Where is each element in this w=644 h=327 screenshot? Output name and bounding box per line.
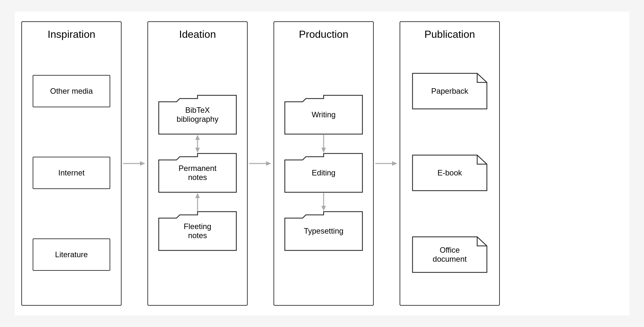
bibtex-box: BibTeXbibliography	[159, 95, 236, 134]
fleeting-notes-label: Fleetingnotes	[184, 222, 211, 240]
production-title: Production	[299, 28, 349, 40]
internet-box: Internet	[33, 157, 110, 189]
paperback-box: Paperback	[413, 73, 487, 109]
writing-label: Writing	[312, 110, 336, 119]
diagram: Inspiration Other media Internet Literat…	[15, 12, 629, 315]
inspiration-items: Other media Internet Literature	[28, 50, 114, 295]
arrow-writing-editing	[319, 134, 328, 153]
writing-box: Writing	[285, 95, 362, 134]
ebook-box: E-book	[413, 155, 487, 191]
fleeting-notes-box: Fleetingnotes	[159, 212, 236, 250]
internet-label: Internet	[58, 168, 84, 177]
svg-marker-8	[266, 161, 271, 166]
arrow-production-publication	[374, 159, 400, 168]
svg-marker-12	[321, 206, 326, 211]
production-lane: Production Writing Edi	[274, 21, 374, 306]
arrow-editing-typesetting	[319, 192, 328, 212]
typesetting-box: Typesetting	[285, 212, 362, 250]
ebook-label: E-book	[437, 168, 462, 177]
permanent-notes-label: Permanentnotes	[178, 164, 216, 182]
inspiration-lane: Inspiration Other media Internet Literat…	[21, 21, 122, 306]
svg-marker-2	[195, 135, 200, 140]
arrow-bibtex-permanent	[193, 134, 202, 153]
svg-marker-10	[321, 148, 326, 153]
permanent-notes-box: Permanentnotes	[159, 153, 236, 192]
office-doc-box: Officedocument	[413, 237, 487, 272]
other-media-label: Other media	[50, 87, 93, 96]
ideation-lane: Ideation BibTeXbibliography	[147, 21, 248, 306]
publication-title: Publication	[424, 28, 475, 40]
production-items: Writing Editing	[281, 50, 367, 295]
other-media-box: Other media	[33, 75, 110, 107]
svg-marker-1	[140, 161, 145, 166]
office-doc-label: Officedocument	[433, 246, 467, 264]
svg-marker-5	[195, 193, 200, 198]
publication-items: Paperback E-book Officedocument	[407, 50, 493, 295]
arrow-fleeting-permanent	[193, 192, 202, 212]
paperback-label: Paperback	[431, 87, 468, 96]
arrow-inspiration-ideation	[122, 159, 147, 168]
editing-box: Editing	[285, 153, 362, 192]
editing-label: Editing	[312, 168, 335, 177]
publication-lane: Publication Paperback E-book	[400, 21, 500, 306]
inspiration-title: Inspiration	[48, 28, 95, 40]
svg-marker-4	[195, 148, 200, 153]
ideation-items: BibTeXbibliography Permanentnotes	[155, 50, 241, 295]
literature-box: Literature	[33, 238, 110, 271]
literature-label: Literature	[55, 250, 88, 259]
arrow-ideation-production	[248, 159, 274, 168]
typesetting-label: Typesetting	[304, 227, 344, 236]
bibtex-label: BibTeXbibliography	[177, 106, 218, 124]
ideation-title: Ideation	[179, 28, 216, 40]
svg-marker-14	[392, 161, 397, 166]
